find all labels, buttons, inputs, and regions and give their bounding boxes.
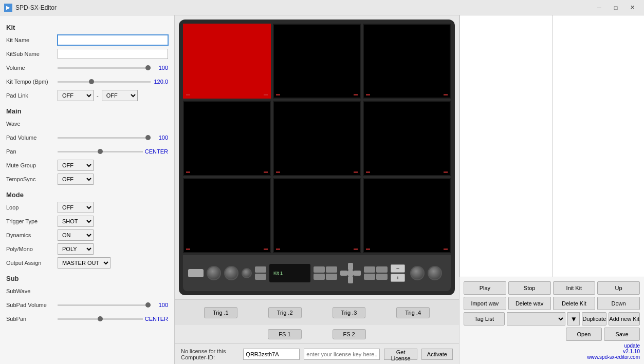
device-small-btn-4[interactable] bbox=[326, 266, 337, 273]
init-kit-button[interactable]: Init Kit bbox=[553, 281, 596, 295]
sub-pan-label: SubPan bbox=[6, 316, 58, 322]
output-assign-row: Output Assign MASTER OUT bbox=[6, 257, 168, 269]
device-small-btn-3[interactable] bbox=[314, 266, 325, 273]
pad-cell-6[interactable] bbox=[363, 101, 451, 176]
volume-slider[interactable] bbox=[58, 67, 151, 69]
device-display: Kit 1 bbox=[269, 264, 310, 282]
volume-label: Volume bbox=[6, 65, 58, 71]
tag-dropdown-button[interactable]: ▼ bbox=[567, 312, 580, 325]
device-small-btn-2[interactable] bbox=[255, 274, 266, 280]
pad-cell-9[interactable] bbox=[363, 178, 451, 253]
device-btn-power[interactable] bbox=[188, 269, 204, 277]
wave-label: Wave bbox=[6, 121, 58, 127]
nav-center[interactable] bbox=[347, 270, 354, 277]
add-new-kit-button[interactable]: Add new Kit bbox=[609, 312, 640, 325]
pad-link-dash: - bbox=[97, 92, 99, 99]
nav-up[interactable] bbox=[348, 263, 353, 270]
down-button[interactable]: Down bbox=[597, 297, 640, 310]
tag-list-button[interactable]: Tag List bbox=[464, 312, 505, 325]
device-small-btn-7[interactable] bbox=[364, 266, 375, 273]
pad-link-dropdown1[interactable]: OFF bbox=[58, 90, 94, 101]
mute-group-dropdown[interactable]: OFF bbox=[58, 160, 94, 171]
nav-down[interactable] bbox=[348, 276, 353, 283]
minimize-button[interactable]: ─ bbox=[592, 3, 607, 13]
up-button[interactable]: Up bbox=[597, 281, 640, 295]
poly-mono-dropdown[interactable]: POLY bbox=[58, 243, 94, 255]
plus-button[interactable]: + bbox=[391, 274, 405, 282]
activate-button[interactable]: Activate bbox=[421, 349, 453, 360]
tempo-sync-dropdown[interactable]: OFF bbox=[58, 174, 94, 185]
device-knob-4[interactable] bbox=[410, 266, 425, 280]
tempo-slider[interactable] bbox=[58, 81, 151, 83]
loop-label: Loop bbox=[6, 204, 58, 210]
output-assign-label: Output Assign bbox=[6, 260, 58, 266]
volume-value: 100 bbox=[153, 65, 168, 71]
tag-select[interactable] bbox=[507, 312, 565, 325]
nav-right[interactable] bbox=[354, 271, 361, 276]
device-display-text: Kit 1 bbox=[273, 271, 283, 276]
device-small-btn-1[interactable] bbox=[255, 266, 266, 273]
save-button[interactable]: Save bbox=[604, 328, 640, 341]
device-small-btn-5[interactable] bbox=[314, 274, 325, 280]
pad-cell-5[interactable] bbox=[273, 101, 361, 176]
pad-cell-7[interactable] bbox=[183, 178, 271, 253]
fs2-button[interactable]: FS 2 bbox=[333, 329, 366, 339]
pan-slider[interactable] bbox=[58, 151, 143, 152]
pad-volume-slider[interactable] bbox=[58, 137, 151, 139]
pad-volume-label: Pad Volume bbox=[6, 135, 58, 141]
device-small-btn-8[interactable] bbox=[376, 266, 388, 273]
wave-row: Wave bbox=[6, 118, 168, 129]
pad-cell-2[interactable] bbox=[273, 24, 361, 99]
fs-section: FS 1 FS 2 bbox=[175, 325, 459, 343]
trigger-type-label: Trigger Type bbox=[6, 218, 58, 224]
output-assign-dropdown[interactable]: MASTER OUT bbox=[58, 257, 111, 269]
device-knob-5[interactable] bbox=[428, 266, 442, 280]
minus-button[interactable]: − bbox=[391, 264, 405, 273]
nav-left[interactable] bbox=[340, 271, 347, 276]
tempo-sync-row: TempoSync OFF bbox=[6, 174, 168, 185]
device-small-btn-6[interactable] bbox=[326, 274, 337, 280]
play-button[interactable]: Play bbox=[464, 281, 506, 295]
dynamics-label: Dynamics bbox=[6, 232, 58, 238]
trig-2-button[interactable]: Trig .2 bbox=[268, 307, 302, 318]
sub-pad-volume-slider[interactable] bbox=[58, 304, 151, 306]
sub-wave-row: SubWave bbox=[6, 285, 168, 297]
sub-pan-slider[interactable] bbox=[58, 318, 143, 320]
maximize-button[interactable]: □ bbox=[608, 3, 623, 13]
sub-pan-value: CENTER bbox=[145, 316, 168, 322]
trig-3-button[interactable]: Trig .3 bbox=[333, 307, 366, 318]
device-small-btn-10[interactable] bbox=[376, 274, 388, 280]
sub-pad-volume-value: 100 bbox=[153, 302, 168, 308]
device-knob-1[interactable] bbox=[207, 266, 221, 280]
pad-link-dropdown2[interactable]: OFF bbox=[102, 90, 138, 101]
device-small-btn-9[interactable] bbox=[364, 274, 375, 280]
import-wav-button[interactable]: Import wav bbox=[464, 297, 506, 310]
delete-kit-button[interactable]: Delete Kit bbox=[553, 297, 596, 310]
kitsub-name-input[interactable] bbox=[58, 49, 168, 59]
pad-cell-1[interactable] bbox=[183, 24, 271, 99]
kit-name-input[interactable] bbox=[58, 35, 168, 45]
stop-button[interactable]: Stop bbox=[508, 281, 551, 295]
dynamics-dropdown[interactable]: ON bbox=[58, 229, 94, 241]
get-license-button[interactable]: Get License bbox=[384, 349, 417, 360]
delete-wav-button[interactable]: Delete wav bbox=[508, 297, 551, 310]
trig-1-button[interactable]: Trig .1 bbox=[204, 307, 237, 318]
close-button[interactable]: ✕ bbox=[624, 3, 640, 13]
device-knob-2[interactable] bbox=[224, 266, 238, 280]
pad-cell-8[interactable] bbox=[273, 178, 361, 253]
license-id-input[interactable] bbox=[243, 349, 300, 360]
bottom-row: Open Save update v2.1.10 www.spd-sx-edit… bbox=[464, 328, 640, 360]
trigger-type-dropdown[interactable]: SHOT bbox=[58, 216, 94, 227]
device-knob-3[interactable] bbox=[242, 268, 252, 278]
pan-row: Pan CENTER bbox=[6, 146, 168, 157]
trig-4-button[interactable]: Trig .4 bbox=[396, 307, 430, 318]
pad-cell-4[interactable] bbox=[183, 101, 271, 176]
duplicate-button[interactable]: Duplicate bbox=[582, 312, 606, 325]
open-button[interactable]: Open bbox=[566, 328, 602, 341]
pad-volume-value: 100 bbox=[153, 135, 168, 141]
loop-dropdown[interactable]: OFF bbox=[58, 202, 94, 213]
pad-cell-3[interactable] bbox=[363, 24, 451, 99]
license-key-input[interactable] bbox=[304, 349, 380, 360]
fs1-button[interactable]: FS 1 bbox=[268, 329, 301, 339]
sub-pan-slider-container: CENTER bbox=[58, 316, 168, 322]
